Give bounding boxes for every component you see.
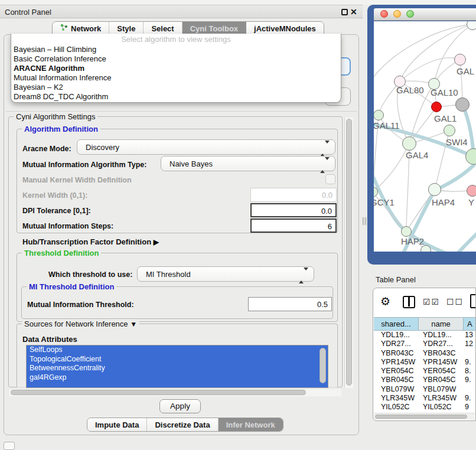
network-icon: [60, 24, 68, 33]
network-node-label: HAP4: [432, 197, 455, 207]
table-cell: YDL19...: [374, 331, 419, 340]
settings-horizontal-scrollbar[interactable]: [9, 389, 341, 396]
which-threshold-select[interactable]: MI Threshold: [137, 266, 314, 282]
panel-splitter[interactable]: [363, 217, 366, 225]
column-header-partial[interactable]: A: [464, 318, 475, 330]
columns-icon[interactable]: [403, 296, 415, 308]
table-cell: 9.: [464, 394, 475, 403]
network-node-label: GAL80: [396, 85, 424, 95]
gear-icon[interactable]: ⚙: [380, 295, 390, 308]
network-node-hap4[interactable]: [428, 183, 441, 196]
attribute-item[interactable]: SelfLoops: [27, 345, 328, 355]
algorithm-option[interactable]: Bayesian – Hill Climbing: [11, 45, 341, 54]
scrollbar-thumb[interactable]: [375, 415, 467, 419]
network-node-label: HAP2: [401, 236, 424, 246]
algorithm-option[interactable]: Basic Correlation Inference: [11, 54, 341, 64]
mi-algorithm-type-select[interactable]: Naive Bayes: [161, 156, 335, 171]
close-traffic-light-icon[interactable]: [380, 10, 388, 18]
tab-label: Style: [117, 24, 135, 33]
algorithm-option[interactable]: Mutual Information Inference: [11, 73, 341, 83]
tab-network[interactable]: Network: [53, 22, 109, 35]
table-cell: YBR045C: [419, 376, 464, 384]
kernel-width-field[interactable]: 0.0: [250, 188, 337, 202]
select-all-checkboxes-icon[interactable]: ☑☑: [423, 297, 440, 306]
hub-definition-toggle[interactable]: Hub/Transcription Factor Definition ▶: [22, 237, 159, 246]
tab-infer-network[interactable]: Infer Network: [219, 418, 283, 431]
table-cell: 9.: [464, 358, 475, 367]
table-row[interactable]: YBL079WYBL079W: [374, 385, 475, 394]
algorithm-list: Bayesian – Hill ClimbingBasic Correlatio…: [11, 45, 341, 102]
settings-vertical-scrollbar[interactable]: [344, 118, 353, 388]
scrollbar-thumb[interactable]: [11, 390, 306, 395]
table-horizontal-scrollbar[interactable]: [374, 413, 475, 420]
aracne-mode-select[interactable]: Discovery: [77, 139, 335, 155]
dpi-tolerance-field[interactable]: 0.0: [250, 203, 337, 217]
tab-label: Network: [71, 24, 101, 33]
apply-button[interactable]: Apply: [159, 399, 201, 413]
mi-steps-field[interactable]: 6: [250, 219, 337, 233]
mi-algorithm-type-value: Naive Bayes: [169, 159, 213, 168]
tab-jactivemnodules[interactable]: jActiveMNodules: [246, 22, 324, 35]
close-icon[interactable]: ✕: [350, 7, 357, 17]
table-cell: YBR043C: [419, 349, 464, 358]
table-row[interactable]: YBR043CYBR043C: [374, 349, 475, 358]
network-canvas[interactable]: GALGAL80GAL10GAL1SWI4GAL11GAL4GCY1HAP4YH…: [374, 21, 476, 252]
algorithm-option[interactable]: ARACNE Algorithm: [11, 64, 341, 73]
attribute-item[interactable]: BetweennessCentrality: [27, 364, 328, 373]
algorithm-option[interactable]: Dream8 DC_TDC Algorithm: [11, 92, 341, 102]
column-header-shared-name[interactable]: shared...: [374, 318, 419, 330]
zoom-traffic-light-icon[interactable]: [406, 10, 414, 18]
network-node-label: GAL10: [431, 87, 458, 97]
table-cell: YDR27...: [374, 340, 419, 348]
network-node-y[interactable]: [467, 185, 476, 197]
manual-kernel-width-checkbox[interactable]: [325, 174, 335, 184]
sources-toggle[interactable]: Sources for Network Inference ▼: [22, 319, 139, 328]
document-icon[interactable]: [470, 294, 476, 308]
network-node[interactable]: [455, 97, 470, 112]
tab-select[interactable]: Select: [144, 22, 182, 35]
table-row[interactable]: YPR145WYPR145W9.: [374, 358, 475, 367]
table-row[interactable]: YBR045CYBR045C9.: [374, 376, 475, 384]
deselect-all-checkboxes-icon[interactable]: ☐☐: [446, 297, 464, 306]
spinner-arrows-icon: [320, 144, 330, 154]
tab-style[interactable]: Style: [109, 22, 144, 35]
attribute-item[interactable]: gal4RGexp: [27, 373, 328, 383]
mi-steps-label: Mutual Information Steps:: [22, 222, 113, 230]
table-cell: YPR145W: [419, 358, 464, 367]
table-row[interactable]: YER054CYER054C8.: [374, 367, 475, 376]
tab-impute-data[interactable]: Impute Data: [87, 418, 147, 431]
column-header-name[interactable]: name: [419, 318, 464, 330]
scrollbar-thumb[interactable]: [346, 119, 352, 386]
network-node-gal[interactable]: [454, 54, 466, 66]
table-row[interactable]: YDR27...YDR27...12: [374, 340, 475, 348]
network-node-hap2[interactable]: [401, 226, 412, 237]
screen: Control Panel ✕ Network Style Select: [0, 0, 476, 450]
network-window-titlebar[interactable]: [374, 8, 476, 21]
table-cell: [464, 349, 475, 358]
table-row[interactable]: YDL19...YDL19...13: [374, 331, 475, 340]
table-panel-title: Table Panel: [376, 275, 416, 284]
tab-label: Impute Data: [95, 420, 139, 429]
table-cell: YDR27...: [419, 340, 464, 348]
tab-discretize-data[interactable]: Discretize Data: [147, 418, 218, 431]
mi-threshold-label: Mutual Information Threshold:: [27, 301, 134, 309]
algorithm-option[interactable]: Bayesian – K2: [11, 83, 341, 92]
network-node-swi4[interactable]: [444, 125, 455, 136]
network-node-gal4[interactable]: [402, 136, 416, 151]
attributes-scrollbar[interactable]: [319, 348, 326, 383]
table-row[interactable]: YIL052CYIL052C9: [374, 403, 475, 412]
dpi-tolerance-label: DPI Tolerance [0,1]:: [22, 207, 91, 215]
table-cell: YIL052C: [419, 403, 464, 412]
attribute-item[interactable]: TopologicalCoefficient: [27, 355, 328, 364]
corner-chip[interactable]: [4, 442, 15, 450]
table-cell: YBR043C: [374, 349, 419, 358]
tab-cyni-toolbox[interactable]: Cyni Toolbox: [182, 22, 246, 35]
mi-threshold-field[interactable]: 0.5: [248, 297, 332, 311]
table-row[interactable]: YLR345WYLR345W9.: [374, 394, 475, 403]
data-attributes-list[interactable]: SelfLoopsTopologicalCoefficientBetweenne…: [26, 345, 328, 388]
network-node-gal1[interactable]: [431, 102, 442, 112]
float-window-icon[interactable]: [341, 9, 348, 15]
minimize-traffic-light-icon[interactable]: [393, 10, 401, 18]
network-node[interactable]: [420, 245, 431, 252]
tab-label: jActiveMNodules: [254, 24, 316, 33]
